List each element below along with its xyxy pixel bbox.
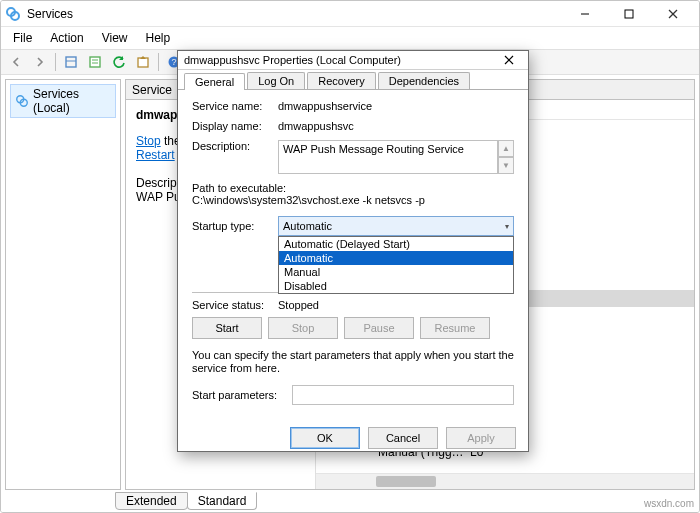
startup-type-dropdown: Automatic (Delayed Start) Automatic Manu…: [278, 236, 514, 294]
svg-rect-11: [138, 58, 148, 67]
display-name-value: dmwappushsvc: [278, 120, 514, 132]
start-params-label: Start parameters:: [192, 389, 286, 401]
tab-general[interactable]: General: [184, 73, 245, 90]
dialog-title: dmwappushsvc Properties (Local Computer): [184, 54, 496, 66]
tree-pane: Services (Local): [5, 79, 121, 490]
dialog-body: Service name: dmwappushservice Display n…: [178, 90, 528, 419]
menu-bar: File Action View Help: [1, 27, 699, 49]
tab-standard[interactable]: Standard: [187, 492, 258, 510]
properties-dialog: dmwappushsvc Properties (Local Computer)…: [177, 50, 529, 452]
menu-help[interactable]: Help: [138, 29, 179, 47]
chevron-down-icon: ▾: [505, 222, 509, 231]
apply-button[interactable]: Apply: [446, 427, 516, 449]
display-name-label: Display name:: [192, 120, 278, 132]
path-value: C:\windows\system32\svchost.exe -k netsv…: [192, 194, 514, 206]
service-status-label: Service status:: [192, 299, 278, 311]
minimize-button[interactable]: [563, 3, 607, 25]
start-params-input[interactable]: [292, 385, 514, 405]
toolbar-separator: [158, 53, 159, 71]
svg-rect-3: [625, 10, 633, 18]
cancel-button[interactable]: Cancel: [368, 427, 438, 449]
tab-recovery[interactable]: Recovery: [307, 72, 375, 89]
main-title: Services: [27, 7, 563, 21]
back-button[interactable]: [5, 51, 27, 73]
export-button[interactable]: [132, 51, 154, 73]
tab-extended[interactable]: Extended: [115, 492, 188, 510]
service-name-label: Service name:: [192, 100, 278, 112]
dialog-tabs: General Log On Recovery Dependencies: [178, 70, 528, 90]
svg-text:?: ?: [171, 57, 176, 67]
tab-logon[interactable]: Log On: [247, 72, 305, 89]
description-text: WAP Push Message Routing Service: [283, 143, 464, 155]
maximize-button[interactable]: [607, 3, 651, 25]
dialog-close-button[interactable]: [496, 51, 522, 69]
startup-type-combo[interactable]: Automatic ▾: [278, 216, 514, 236]
svg-rect-8: [90, 57, 100, 67]
tree-root-item[interactable]: Services (Local): [10, 84, 116, 118]
menu-action[interactable]: Action: [42, 29, 91, 47]
description-scroll[interactable]: ▲ ▼: [498, 140, 514, 174]
scroll-up-icon[interactable]: ▲: [498, 140, 514, 157]
description-box: WAP Push Message Routing Service: [278, 140, 498, 174]
close-button[interactable]: [651, 3, 695, 25]
dialog-titlebar: dmwappushsvc Properties (Local Computer): [178, 51, 528, 70]
option-manual[interactable]: Manual: [279, 265, 513, 279]
path-label: Path to executable:: [192, 182, 514, 194]
startup-type-label: Startup type:: [192, 220, 278, 232]
stop-link[interactable]: Stop: [136, 134, 161, 148]
scroll-down-icon[interactable]: ▼: [498, 157, 514, 174]
description-label: Description:: [192, 140, 278, 152]
restart-link[interactable]: Restart: [136, 148, 175, 162]
option-disabled[interactable]: Disabled: [279, 279, 513, 293]
option-automatic[interactable]: Automatic: [279, 251, 513, 265]
service-status-value: Stopped: [278, 299, 514, 311]
refresh-button[interactable]: [108, 51, 130, 73]
param-hint: You can specify the start parameters tha…: [192, 349, 514, 375]
menu-view[interactable]: View: [94, 29, 136, 47]
main-titlebar: Services: [1, 1, 699, 27]
services-tree-icon: [15, 94, 29, 108]
toolbar-separator: [55, 53, 56, 71]
properties-button[interactable]: [84, 51, 106, 73]
start-button[interactable]: Start: [192, 317, 262, 339]
horizontal-scrollbar[interactable]: [316, 473, 694, 489]
stop-button[interactable]: Stop: [268, 317, 338, 339]
ok-button[interactable]: OK: [290, 427, 360, 449]
services-app-icon: [5, 6, 21, 22]
dialog-footer: OK Cancel Apply: [178, 419, 528, 457]
resume-button[interactable]: Resume: [420, 317, 490, 339]
option-delayed[interactable]: Automatic (Delayed Start): [279, 237, 513, 251]
service-name-value: dmwappushservice: [278, 100, 514, 112]
forward-button[interactable]: [29, 51, 51, 73]
svg-rect-6: [66, 57, 76, 67]
startup-type-value: Automatic: [283, 220, 332, 232]
tree-root-label: Services (Local): [33, 87, 111, 115]
tab-dependencies[interactable]: Dependencies: [378, 72, 470, 89]
show-hide-button[interactable]: [60, 51, 82, 73]
menu-file[interactable]: File: [5, 29, 40, 47]
pause-button[interactable]: Pause: [344, 317, 414, 339]
